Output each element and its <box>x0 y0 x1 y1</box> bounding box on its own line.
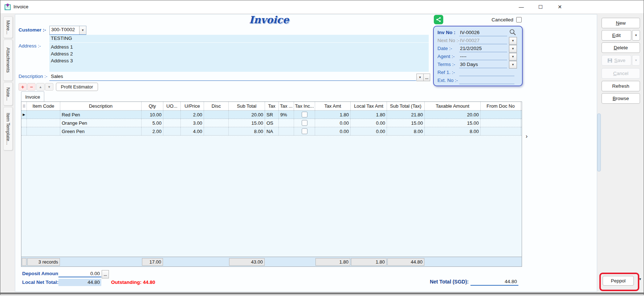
footer-cell-from-doc-no <box>481 257 521 266</box>
footer-cell-tax <box>265 257 279 266</box>
cell-uo <box>163 111 181 119</box>
sidebar-tab-attachments[interactable]: Attachments <box>3 40 13 81</box>
description-value[interactable]: Sales <box>51 74 63 79</box>
footer-cell-qty: 17.00 <box>142 257 163 266</box>
grid-header-row: ☰Item CodeDescriptionQtyUO...U/PriceDisc… <box>21 102 522 111</box>
info-value[interactable]: IV-00026 <box>460 30 480 35</box>
cancelled-checkbox[interactable] <box>516 17 522 22</box>
browse-button[interactable]: Browse <box>602 93 640 104</box>
column-header-description[interactable]: Description <box>60 102 142 110</box>
grid-row[interactable]: Orange Pen5.003.0015.00OS0.000.0015.0015… <box>21 119 522 127</box>
customer-dropdown-icon[interactable]: ▼ <box>79 26 86 34</box>
info-dropdown-icon[interactable]: ▼ <box>509 45 517 53</box>
column-header-u-price[interactable]: U/Price <box>181 102 204 110</box>
column-header-tax-amt[interactable]: Tax Amt <box>315 102 351 110</box>
description-dropdown-icon[interactable]: ▼ <box>416 74 424 81</box>
tax-inclusive-checkbox[interactable] <box>302 112 307 117</box>
minimize-button[interactable]: — <box>515 3 527 11</box>
footer-cell-tax-amt: 1.80 <box>315 257 351 266</box>
remove-row-icon[interactable]: − <box>27 83 36 91</box>
column-header-uo[interactable]: UO... <box>163 102 181 110</box>
deposit-ellipsis-button[interactable]: ... <box>102 270 109 278</box>
sidebar-tab-item-template[interactable]: Item Template... <box>3 107 13 150</box>
local-net-total-label: Local Net Total: <box>22 280 58 285</box>
grid-row[interactable]: Green Pen2.004.008.00NA0.000.008.008.00 <box>21 127 522 136</box>
cell-local-tax-amt: 0.00 <box>351 127 387 135</box>
column-header-row-indicator[interactable]: ☰ <box>21 102 27 110</box>
sidebar-tab-note[interactable]: Note... <box>3 82 13 105</box>
column-header-tax-inc[interactable]: Tax Inc... <box>294 102 315 110</box>
cell-description: Red Pen <box>60 111 142 119</box>
inv-no-search-icon[interactable] <box>509 29 516 36</box>
footer-summary-sub-total-tax: 44.80 <box>387 258 424 266</box>
info-dropdown-icon[interactable]: ▼ <box>509 37 517 45</box>
info-label: Agent :- <box>437 54 455 59</box>
close-button[interactable]: ✕ <box>554 3 566 11</box>
grid-empty-area <box>21 136 522 257</box>
column-header-disc[interactable]: Disc <box>204 102 229 110</box>
customer-combo[interactable]: 300-T0002 ▼ <box>49 26 86 35</box>
column-header-local-tax-amt[interactable]: Local Tax Amt <box>351 102 387 110</box>
edit-button-label: Edit <box>612 33 620 38</box>
cell-tax-inc <box>294 127 315 135</box>
cell-tax <box>279 119 294 127</box>
cell-row-indicator: ▶ <box>21 111 27 119</box>
column-header-sub-total[interactable]: Sub Total <box>229 102 265 110</box>
sidebar-tab-more[interactable]: More... <box>3 16 13 38</box>
column-header-sub-total-tax[interactable]: Sub Total (Tax) <box>387 102 425 110</box>
info-dropdown-icon[interactable]: ▼ <box>509 53 517 61</box>
cell-tax: OS <box>265 119 279 127</box>
cell-description: Orange Pen <box>60 119 142 127</box>
info-value[interactable]: 30 Days <box>460 62 478 67</box>
column-header-taxable-amount[interactable]: Taxable Amount <box>425 102 481 110</box>
column-header-tax[interactable]: Tax <box>265 102 279 110</box>
cell-tax: 9% <box>279 111 294 119</box>
info-row-inv-no: Inv No :IV-00026 <box>434 29 522 37</box>
customer-name-field[interactable]: TESTING <box>49 35 429 42</box>
new-button[interactable]: New <box>602 18 640 28</box>
info-value[interactable]: ---- <box>460 54 466 59</box>
tab-invoice-detail[interactable]: Invoice <box>21 91 44 102</box>
cell-tax <box>279 127 294 135</box>
maximize-button[interactable]: ☐ <box>535 3 546 11</box>
cell-sub-total: 15.00 <box>229 119 265 127</box>
move-down-icon[interactable]: ▼ <box>45 83 53 91</box>
column-header-from-doc-no[interactable]: From Doc No <box>481 102 521 110</box>
address-field[interactable]: Address 1 Address 2 Address 3 <box>49 43 429 72</box>
edit-button[interactable]: Edit <box>602 30 631 41</box>
address-line-2: Address 2 <box>51 50 429 57</box>
sidebar-tab-label: Item Template... <box>5 113 11 145</box>
info-dropdown-icon[interactable]: ▼ <box>509 61 517 69</box>
column-header-qty[interactable]: Qty <box>142 102 163 110</box>
add-row-icon[interactable]: + <box>19 83 27 91</box>
share-button[interactable] <box>434 15 443 24</box>
cell-u-price: 3.00 <box>181 119 204 127</box>
info-value[interactable]: 21/2/2025 <box>460 46 482 51</box>
expand-chevron-icon[interactable]: › <box>526 133 527 140</box>
column-chooser-icon[interactable]: ☰ <box>23 104 25 108</box>
peppol-button[interactable]: Peppol <box>603 276 634 286</box>
info-row-next-no: Next No :-IV-00027▼ <box>434 37 522 45</box>
tax-inclusive-checkbox[interactable] <box>302 120 307 126</box>
column-header-tax[interactable]: Tax ... <box>279 102 294 110</box>
peppol-dropdown-icon[interactable]: ▼ <box>639 277 642 281</box>
sidebar-tab-label: More... <box>5 20 11 34</box>
tax-inclusive-checkbox[interactable] <box>302 128 307 134</box>
column-header-item-code[interactable]: Item Code <box>27 102 60 110</box>
edit-dropdown-icon[interactable]: ▼ <box>632 30 640 41</box>
delete-button[interactable]: Delete <box>602 42 640 53</box>
cell-sub-total-tax: 8.00 <box>387 127 425 135</box>
splitter-handle[interactable] <box>597 113 601 171</box>
grid-row[interactable]: ▶Red Pen10.002.0020.00SR9%1.801.8021.802… <box>21 111 522 119</box>
cell-tax: SR <box>265 111 279 119</box>
footer-cell-sub-total: 43.00 <box>229 257 265 266</box>
refresh-button-label: Refresh <box>612 83 629 89</box>
profit-estimator-button[interactable]: Profit Estimator <box>56 83 98 91</box>
refresh-button[interactable]: Refresh <box>602 81 640 91</box>
description-ellipsis-button[interactable]: ... <box>423 74 430 81</box>
invoice-info-panel: Inv No :IV-00026Next No :-IV-00027▼Date … <box>433 26 523 86</box>
invoice-window: Invoice — ☐ ✕ More...AttachmentsNote...I… <box>0 0 644 295</box>
deposit-amount-input[interactable]: 0.00 <box>58 270 101 277</box>
footer-cell-taxable-amount <box>425 257 481 266</box>
move-up-icon[interactable]: ▲ <box>36 83 45 91</box>
